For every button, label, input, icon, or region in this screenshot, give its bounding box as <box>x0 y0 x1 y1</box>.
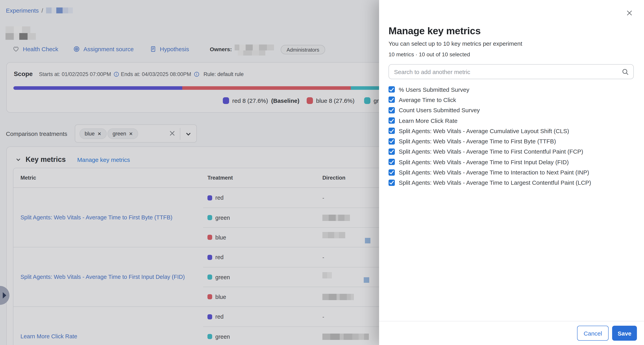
treatment-name: blue <box>215 234 226 240</box>
checkbox-checked-icon[interactable] <box>388 180 395 186</box>
treatment-name: red <box>215 313 224 320</box>
breadcrumb: Experiments / <box>6 7 73 14</box>
administrators-badge[interactable]: Administrators <box>281 45 325 54</box>
metric-label: Learn More Click Rate <box>399 117 458 124</box>
comparison-treatments-select[interactable]: blue ✕ green ✕ <box>75 124 197 143</box>
legend-label: red 8 (27.6%) <box>232 97 268 104</box>
metric-label: Split Agents: Web Vitals - Average Time … <box>399 148 583 155</box>
key-metrics-header: Key metrics Manage key metrics <box>15 156 130 164</box>
direction-value: - <box>322 195 324 201</box>
legend-swatch-red <box>223 97 229 104</box>
hypothesis-link[interactable]: Hypothesis <box>150 46 189 52</box>
metric-label: Split Agents: Web Vitals - Average Time … <box>399 179 591 186</box>
chevron-down-icon[interactable] <box>185 131 192 137</box>
checkbox-checked-icon[interactable] <box>388 107 395 113</box>
redacted-direction <box>322 294 354 300</box>
cancel-button[interactable]: Cancel <box>577 326 608 341</box>
info-icon[interactable] <box>194 71 200 77</box>
metric-label: Split Agents: Web Vitals - Average Time … <box>399 138 556 145</box>
assignment-source-link[interactable]: Assignment source <box>73 46 134 52</box>
chip-blue[interactable]: blue ✕ <box>80 128 106 139</box>
metric-checkbox-row[interactable]: Learn More Click Rate <box>388 115 634 126</box>
redacted-owner-name <box>234 45 274 56</box>
metric-label: Average Time to Click <box>399 97 456 103</box>
metric-search <box>388 64 634 79</box>
clear-selection-icon[interactable] <box>168 130 176 137</box>
checkbox-checked-icon[interactable] <box>388 159 395 165</box>
checkbox-checked-icon[interactable] <box>388 117 395 124</box>
health-check-link[interactable]: Health Check <box>12 46 58 52</box>
scope-title: Scope <box>14 71 33 78</box>
treatment-dot <box>208 195 212 200</box>
scope-starts-text: Starts at: 01/02/2025 07:00PM <box>39 71 111 77</box>
checkbox-checked-icon[interactable] <box>388 97 395 103</box>
heart-icon <box>12 46 19 52</box>
treatment-dot <box>208 235 212 240</box>
save-button[interactable]: Save <box>612 326 637 341</box>
treatment-name: green <box>215 333 230 340</box>
scope-ends: Ends at: 04/03/2025 08:00PM <box>121 71 200 77</box>
metric-checkbox-row[interactable]: Split Agents: Web Vitals - Average Time … <box>388 157 634 167</box>
metric-search-input[interactable] <box>388 64 634 79</box>
treatment-name: green <box>215 214 230 221</box>
redacted-direction-blue <box>365 238 370 243</box>
treatment-dot <box>208 255 212 260</box>
treatment-dot <box>208 314 212 319</box>
checkbox-checked-icon[interactable] <box>388 128 395 134</box>
metric-label: % Users Submitted Survey <box>399 86 469 93</box>
checkbox-checked-icon[interactable] <box>388 86 395 93</box>
legend-item-red: red 8 (27.6%) (Baseline) <box>223 97 299 104</box>
metric-label: Split Agents: Web Vitals - Average Time … <box>399 159 569 165</box>
collapse-chevron-icon[interactable] <box>15 157 21 163</box>
checkbox-checked-icon[interactable] <box>388 148 395 155</box>
scope-starts: Starts at: 01/02/2025 07:00PM <box>39 71 119 77</box>
checkbox-checked-icon[interactable] <box>388 138 395 144</box>
select-divider <box>180 128 180 140</box>
info-icon[interactable] <box>113 71 119 77</box>
arrow-right-icon <box>2 292 6 298</box>
direction-value: - <box>322 313 324 320</box>
chip-green[interactable]: green ✕ <box>108 128 138 139</box>
chip-label: blue <box>85 131 95 137</box>
metric-link[interactable]: Learn More Click Rate <box>20 332 89 340</box>
metric-label: Count Users Submitted Survey <box>399 107 480 113</box>
redacted-direction <box>322 272 332 278</box>
metric-checkbox-row[interactable]: Split Agents: Web Vitals - Average Time … <box>388 167 634 178</box>
metric-checkbox-row[interactable]: Split Agents: Web Vitals - Average Cumul… <box>388 126 634 136</box>
panel-footer: Cancel Save <box>379 321 644 345</box>
manage-key-metrics-link[interactable]: Manage key metrics <box>77 156 130 163</box>
redacted-direction-blue <box>364 277 369 283</box>
metric-label: Split Agents: Web Vitals - Average Time … <box>399 169 589 176</box>
legend-swatch-green <box>364 97 370 104</box>
breadcrumb-experiments-link[interactable]: Experiments <box>6 7 39 14</box>
checkbox-checked-icon[interactable] <box>388 169 395 175</box>
legend-swatch-blue <box>307 97 313 104</box>
treatment-dot <box>208 215 212 220</box>
chip-label: green <box>112 131 126 137</box>
legend-label: blue 8 (27.6%) <box>316 97 354 104</box>
document-icon <box>150 46 156 52</box>
panel-selection-count: 10 metrics · 10 out of 10 selected <box>388 51 634 58</box>
panel-title: Manage key metrics <box>388 25 634 37</box>
app-root: Experiments / Health Check Assignment so… <box>0 0 644 345</box>
experiment-toolbar: Health Check Assignment source Hypothesi… <box>0 45 379 55</box>
assignment-source-label: Assignment source <box>84 46 134 52</box>
metric-link[interactable]: Split Agents: Web Vitals - Average Time … <box>20 214 184 221</box>
close-icon[interactable] <box>626 10 633 17</box>
metric-checkbox-row[interactable]: Split Agents: Web Vitals - Average Time … <box>388 136 634 147</box>
metric-checkbox-row[interactable]: Count Users Submitted Survey <box>388 105 634 115</box>
redacted-experiment-title <box>6 26 36 40</box>
manage-key-metrics-panel: Manage key metrics You can select up to … <box>379 0 644 345</box>
metric-checkbox-row[interactable]: Split Agents: Web Vitals - Average Time … <box>388 177 634 188</box>
redacted-direction <box>322 333 369 340</box>
metric-checkbox-row[interactable]: Average Time to Click <box>388 95 634 105</box>
metric-checkbox-row[interactable]: Split Agents: Web Vitals - Average Time … <box>388 147 634 157</box>
allocation-segment-blue <box>182 86 351 90</box>
chip-remove-icon[interactable]: ✕ <box>98 131 101 136</box>
metric-checkbox-row[interactable]: % Users Submitted Survey <box>388 84 634 95</box>
redacted-direction <box>322 214 350 221</box>
treatment-dot <box>208 294 212 299</box>
metric-link[interactable]: Split Agents: Web Vitals - Average Time … <box>20 273 196 281</box>
direction-value: - <box>322 254 324 260</box>
chip-remove-icon[interactable]: ✕ <box>129 131 133 136</box>
